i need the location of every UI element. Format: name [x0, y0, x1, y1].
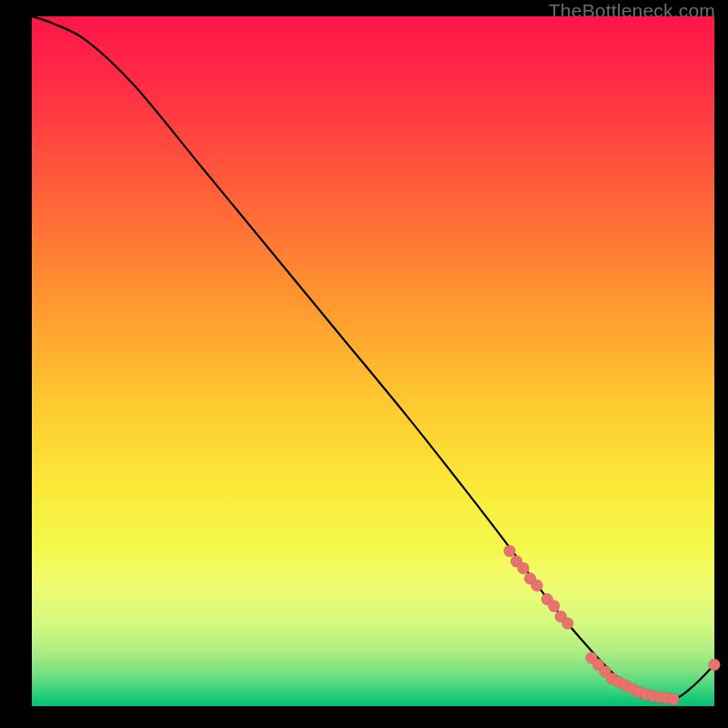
- data-point: [504, 545, 516, 557]
- data-point: [668, 693, 680, 705]
- plot-area: [32, 16, 714, 706]
- data-point: [561, 618, 573, 630]
- data-point: [518, 562, 530, 574]
- chart-svg: [32, 16, 714, 706]
- chart-container: TheBottleneck.com: [0, 0, 728, 728]
- bottleneck-curve: [32, 16, 714, 700]
- data-point: [548, 601, 560, 612]
- data-points: [504, 545, 721, 705]
- data-point: [531, 580, 543, 592]
- data-point: [709, 659, 721, 671]
